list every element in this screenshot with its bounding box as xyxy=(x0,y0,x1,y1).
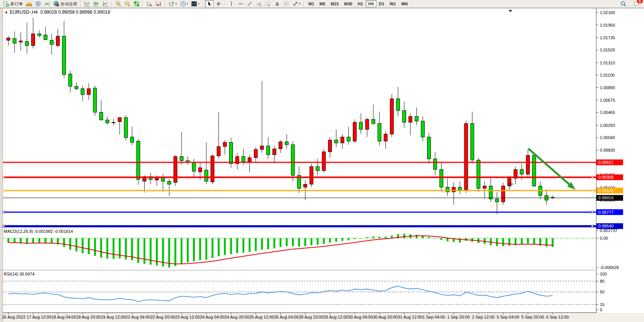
candle-body xyxy=(44,35,47,40)
toolbar-button-zoom-in[interactable] xyxy=(114,0,123,8)
hline-0.99368[interactable] xyxy=(3,176,596,178)
macd-histogram-bar xyxy=(280,238,282,247)
chevron-down-icon[interactable]: ▾ xyxy=(187,2,188,5)
toolbar-button-auto-scroll[interactable] xyxy=(145,0,154,8)
candle-body xyxy=(359,122,363,130)
hline-handle[interactable] xyxy=(591,211,593,213)
macd-histogram-bar xyxy=(267,238,269,249)
toolbar-button-crosshair[interactable] xyxy=(214,0,223,8)
chevron-down-icon[interactable]: ▾ xyxy=(198,2,199,5)
candle-body xyxy=(378,123,381,141)
timeframe-button-h1[interactable]: H1 xyxy=(355,0,365,7)
timeframe-button-w1[interactable]: W1 xyxy=(387,0,399,7)
toolbar-button-trendline[interactable] xyxy=(245,0,254,8)
chevron-down-icon[interactable]: ▾ xyxy=(175,2,177,5)
time-label: 18 Aug 04:00 xyxy=(51,315,76,319)
price-tag-0.99019: 0.99019 xyxy=(596,195,623,201)
hline-handle[interactable] xyxy=(591,225,593,227)
toolbar-button-horizontal-line[interactable] xyxy=(236,0,245,8)
timeframe-button-d1[interactable]: D1 xyxy=(376,0,387,7)
left-edge-splitter[interactable] xyxy=(0,8,3,322)
candle-body xyxy=(25,42,29,46)
macd-histogram-bar xyxy=(329,238,331,243)
chart-canvas[interactable]: 1.021601.019501.017351.015251.013101.011… xyxy=(0,0,644,322)
shift-icon xyxy=(156,1,162,7)
candle-body xyxy=(217,146,220,156)
candle xyxy=(390,94,394,137)
time-label: 1 Sep 04:00 xyxy=(422,315,445,319)
candle-body xyxy=(427,137,431,159)
timeframe-button-m5[interactable]: M5 xyxy=(317,0,328,7)
toolbar-button-deposit[interactable] xyxy=(25,0,33,8)
toolbar-button-channel[interactable]: F xyxy=(264,0,272,8)
hline-handle[interactable] xyxy=(591,176,593,178)
macd-histogram-bar xyxy=(366,237,368,238)
toolbar-button-fibonacci[interactable]: E xyxy=(255,0,263,8)
candle-body xyxy=(440,170,443,187)
chevron-down-icon[interactable]: ▾ xyxy=(299,2,301,5)
macd-values: -0.001982 -0.001814 xyxy=(34,229,73,234)
toolbar-button-text-label[interactable]: T xyxy=(282,0,290,8)
time-label: 29 Aug 12:00 xyxy=(324,315,348,319)
candle-body xyxy=(19,41,22,42)
candle xyxy=(353,119,357,143)
toolbar-button-chart-candles[interactable] xyxy=(92,0,100,8)
toolbar-separator xyxy=(225,1,225,7)
timeframe-button-m30[interactable]: M30 xyxy=(341,0,355,7)
candle-body xyxy=(520,170,523,174)
toolbar-button-indicators[interactable]: ▾ xyxy=(167,0,178,8)
candle-body xyxy=(62,36,66,75)
hline-0.98540[interactable] xyxy=(3,225,596,227)
toolbar-button-zoom-out[interactable] xyxy=(123,0,132,8)
macd-histogram-bar xyxy=(261,238,263,250)
rsi-axis-label: 0 xyxy=(600,308,602,312)
hline-handle[interactable] xyxy=(3,225,5,227)
macd-histogram-bar xyxy=(82,238,84,253)
macd-histogram-bar xyxy=(242,238,244,253)
candle-body xyxy=(434,159,437,170)
time-label: 5 Sep 20:00 xyxy=(521,315,544,319)
candle-body xyxy=(452,187,456,192)
timeframe-button-mn[interactable]: MN xyxy=(399,0,410,7)
candle-body xyxy=(365,119,369,129)
toolbar-button-signals[interactable] xyxy=(43,0,51,8)
timeframe-button-m1[interactable]: M1 xyxy=(306,0,317,7)
hline-handle[interactable] xyxy=(3,176,5,178)
chart-menu-toggle-icon[interactable]: ▼ xyxy=(5,11,8,14)
timeframe-button-m15[interactable]: M15 xyxy=(328,0,341,7)
macd-histogram-bar xyxy=(218,238,220,256)
timeframe-button-h4[interactable]: H4 xyxy=(366,0,376,7)
candle-body xyxy=(32,34,35,46)
candle-body xyxy=(174,157,177,183)
toolbar-button-terminal[interactable] xyxy=(34,0,42,8)
rsi-axis-label: 15 xyxy=(600,302,604,307)
time-label: 18 Aug 20:00 xyxy=(76,315,101,319)
toolbar-button-auto-trading[interactable]: 自动交易 xyxy=(52,0,78,8)
toolbar-button-chart-line[interactable] xyxy=(101,0,110,8)
hline-handle[interactable] xyxy=(3,211,5,213)
macd-histogram-bar xyxy=(286,238,288,246)
toolbar-button-vertical-line[interactable] xyxy=(227,0,236,8)
toolbar-button-notifications[interactable]: 1 xyxy=(632,0,641,8)
toolbar-button-templates[interactable]: ▾ xyxy=(190,0,201,8)
macd-histogram-bar xyxy=(304,238,306,246)
toolbar-button-new-order[interactable]: 新订单 xyxy=(2,0,24,8)
toolbar-button-periods[interactable]: ▾ xyxy=(179,0,190,8)
toolbar-button-chart-bars[interactable] xyxy=(83,0,91,8)
price-tick-label: 1.01310 xyxy=(600,61,615,65)
time-label: 22 Aug 20:00 xyxy=(150,315,175,319)
toolbar-button-text[interactable]: A xyxy=(273,0,281,8)
hline-handle[interactable] xyxy=(591,190,593,192)
toolbar-button-search[interactable] xyxy=(619,0,628,8)
toolbar-button-arrows[interactable]: ▾ xyxy=(291,0,302,8)
candle-body xyxy=(266,146,270,155)
time-label: 16 Aug 2022 xyxy=(2,315,26,319)
hline-handle[interactable] xyxy=(3,190,5,192)
toolbar-button-cursor[interactable] xyxy=(205,0,214,8)
candle-body xyxy=(124,118,128,138)
candle xyxy=(124,115,128,141)
toolbar-button-chart-shift[interactable] xyxy=(155,0,163,8)
macd-histogram-bar xyxy=(502,238,504,246)
zoom-out-icon xyxy=(124,1,131,7)
toolbar-button-tile-windows[interactable] xyxy=(132,0,141,8)
